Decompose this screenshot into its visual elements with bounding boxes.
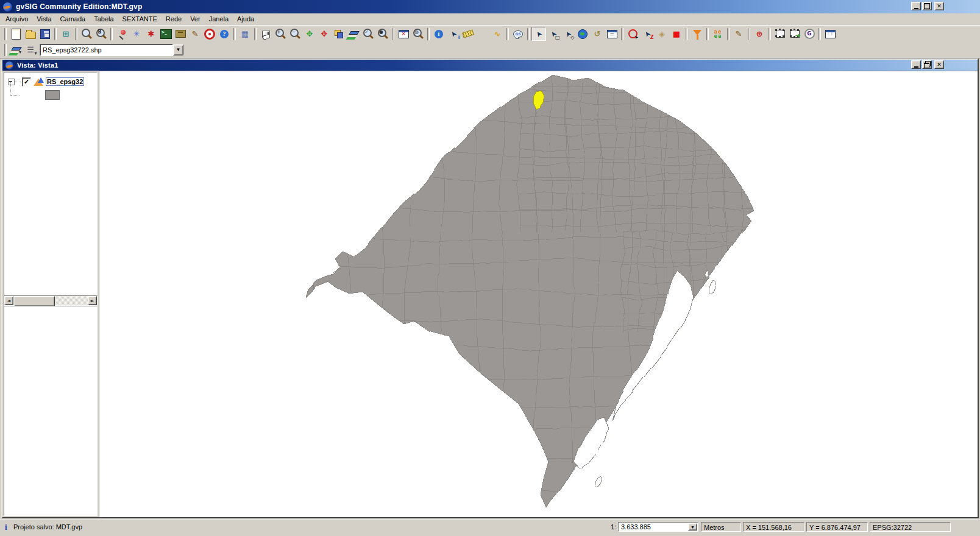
toolbar-button-console[interactable]: >_: [158, 27, 173, 41]
buffer-icon: ◈: [656, 28, 668, 40]
toolbar-button-zoom-select[interactable]: ✓: [361, 27, 375, 41]
main-toolbar: ⊞B✳✱>_✎?▦+−✥✥✓●✕◍i➤i∿GS➤➤□➤◇↺☰➤Z◈■aeea✎⊕…: [0, 25, 980, 42]
scrollbar-track[interactable]: [13, 296, 88, 305]
toolbar-button-zoom-back[interactable]: ●: [375, 27, 390, 41]
scroll-right-button[interactable]: ►: [88, 296, 97, 305]
toolbar-button-history[interactable]: [173, 27, 188, 41]
icon-overlay: Z: [650, 35, 654, 40]
toolbar-button-select-rectangle[interactable]: ➤□: [546, 27, 561, 41]
active-layer-dropdown-button[interactable]: ▼: [173, 44, 183, 55]
toolbar-button-refresh-selection[interactable]: ↺: [590, 27, 605, 41]
toolbar-button-georeferencing[interactable]: G: [802, 27, 817, 41]
menu-camada[interactable]: Camada: [56, 14, 90, 24]
toolbar-button-add-view[interactable]: ⊞: [59, 27, 73, 41]
toolbar-button-new-project[interactable]: [9, 27, 23, 41]
layer-legend-swatch: [45, 90, 60, 100]
toolbar-button-geoprocessing[interactable]: ✱: [144, 27, 158, 41]
tree-dots: [15, 82, 21, 82]
toolbar-button-select-polygon[interactable]: ➤◇: [561, 27, 575, 41]
active-layer-value[interactable]: RS_epsg32722.shp: [40, 44, 173, 56]
table-manager-icon: ▦: [240, 28, 251, 40]
toolbar-button-transform-b[interactable]: ➜: [787, 27, 802, 41]
vista-close-button[interactable]: ✕: [934, 60, 944, 69]
layer-tree[interactable]: ✓ RS_epsg32: [4, 72, 98, 297]
toolbar-button-select-circle[interactable]: [625, 27, 640, 41]
scrollbar-thumb[interactable]: [13, 296, 55, 306]
toolbar-button-zoom-manager[interactable]: ◍: [411, 27, 425, 41]
toolbar-button-tile-windows[interactable]: ❐: [823, 27, 837, 41]
layer-name-label[interactable]: RS_epsg32: [46, 77, 84, 86]
toolbar-button-center-to-point[interactable]: ⊕: [752, 27, 767, 41]
map-canvas[interactable]: [99, 71, 978, 517]
toolbar-button-print-preview[interactable]: [79, 27, 94, 41]
menu-vista[interactable]: Vista: [32, 14, 55, 24]
toolbar-button-zoom-to-layer[interactable]: [346, 27, 361, 41]
toolbar-button-help[interactable]: ?: [217, 27, 232, 41]
toolbar-button-zoom-in[interactable]: +: [273, 27, 288, 41]
menu-janela[interactable]: Janela: [205, 14, 233, 24]
toolbar-button-zoom-full-extent[interactable]: ✥: [317, 27, 332, 41]
toolbar-button-locator-map[interactable]: ✕: [396, 27, 411, 41]
toolbar-button-target[interactable]: [202, 27, 217, 41]
toolbar-button-pin-tool[interactable]: [115, 27, 129, 41]
toolbar-button-zoom-out[interactable]: −: [288, 27, 302, 41]
info-icon: i: [5, 523, 7, 532]
toolbar-button-measure-area[interactable]: [475, 27, 490, 41]
menu-ajuda[interactable]: Ajuda: [233, 14, 258, 24]
target-icon: [204, 29, 215, 40]
toolbar-button-quick-info[interactable]: ∿: [490, 27, 505, 41]
icon-overlay: ◇: [570, 35, 574, 40]
scroll-left-button[interactable]: ◄: [4, 296, 13, 305]
toolbar-button-text-labels[interactable]: aeea: [711, 27, 725, 41]
maximize-button[interactable]: [922, 2, 932, 10]
toolbar-button-open-project[interactable]: [23, 27, 38, 41]
layer-visibility-checkbox[interactable]: ✓: [22, 77, 31, 86]
close-button[interactable]: ✕: [934, 2, 944, 10]
toolbar-button-layer-order[interactable]: ☰▾: [23, 43, 38, 57]
toolbar-button-start-editing[interactable]: ✎: [731, 27, 746, 41]
toolbar-button-edit-notes[interactable]: ✎: [188, 27, 202, 41]
toolbar-button-fill-color[interactable]: ■: [669, 27, 684, 41]
toolbar-button-web-map[interactable]: [575, 27, 590, 41]
toolbar-button-select-polyline[interactable]: ➤Z: [640, 27, 655, 41]
menu-ver[interactable]: Ver: [186, 14, 205, 24]
title-bar[interactable]: gvSIG Community Edition:MDT.gvp ✕: [0, 0, 980, 13]
toolbar-button-hyperlink[interactable]: GS: [511, 27, 525, 41]
toolbar-button-zoom-fit[interactable]: ✥: [302, 27, 317, 41]
scale-dropdown-button[interactable]: ▼: [688, 523, 697, 531]
toolbar-button-measure-distance[interactable]: [461, 27, 475, 41]
toolbar-button-transform-a[interactable]: [773, 27, 787, 41]
toolbar-button-buffer[interactable]: ◈: [655, 27, 669, 41]
toolbar-button-sextante-toolbox[interactable]: ✳: [129, 27, 144, 41]
filter-icon: [693, 30, 701, 35]
map-svg: [99, 71, 979, 518]
menu-arquivo[interactable]: Arquivo: [1, 14, 32, 24]
toolbar-button-save-project[interactable]: [38, 27, 52, 41]
toolbar-button-attribute-table[interactable]: ☰: [605, 27, 619, 41]
menu-rede[interactable]: Rede: [162, 14, 186, 24]
toolbar-button-select-point[interactable]: ➤: [531, 27, 546, 41]
minimize-button[interactable]: [911, 2, 921, 10]
active-layer-combo[interactable]: RS_epsg32722.shp ▼: [40, 44, 183, 56]
select-polygon-icon: ➤◇: [563, 28, 574, 40]
layer-tree-hscrollbar[interactable]: ◄ ►: [4, 295, 98, 306]
toolbar-button-filter[interactable]: [690, 27, 705, 41]
select-rectangle-icon: ➤□: [548, 28, 559, 40]
toolbar-button-layer-visibility[interactable]: ▾: [9, 43, 23, 57]
vista-title-bar[interactable]: Vista: Vista1 ✕: [2, 60, 978, 71]
toolbar-button-table-manager[interactable]: ▦: [238, 27, 252, 41]
center-to-point-icon: ⊕: [754, 28, 765, 40]
zoom-in-icon: +: [275, 28, 286, 40]
menu-sextante[interactable]: SEXTANTE: [118, 14, 162, 24]
vista-minimize-button[interactable]: [911, 60, 921, 69]
toolbar-button-pan[interactable]: [258, 27, 273, 41]
vista-restore-button[interactable]: [922, 60, 932, 69]
toolbar-button-zoom-previous[interactable]: [332, 27, 346, 41]
toolbar-button-search-catalog[interactable]: B: [94, 27, 108, 41]
menu-tabela[interactable]: Tabela: [90, 14, 118, 24]
toolbar-button-feature-info[interactable]: ➤i: [446, 27, 461, 41]
restore-icon: [924, 63, 929, 68]
toolbar-button-info[interactable]: i: [431, 27, 446, 41]
scale-combo[interactable]: 3.633.885 ▼: [618, 522, 698, 532]
application-window: gvSIG Community Edition:MDT.gvp ✕ Arquiv…: [0, 0, 980, 536]
